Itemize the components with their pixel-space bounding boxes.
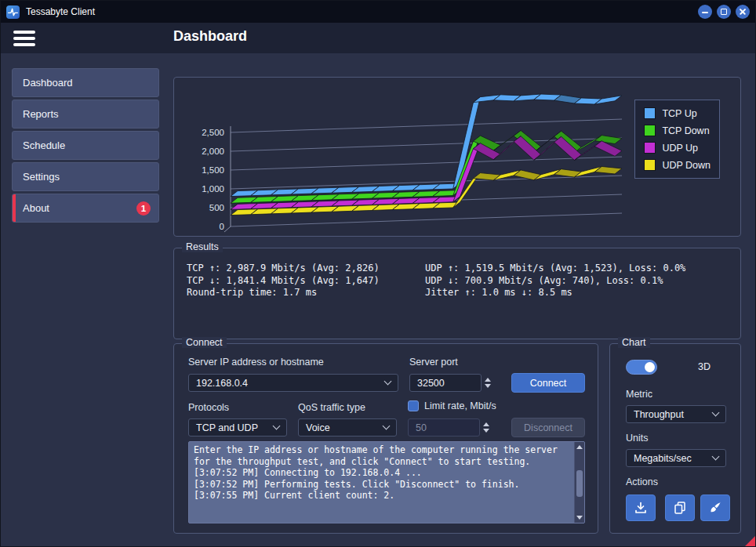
metric-label: Metric bbox=[626, 389, 652, 400]
protocols-combo[interactable]: TCP and UDP bbox=[188, 418, 287, 437]
results-left-column: TCP ↑: 2,987.9 Mbit/s (Avg: 2,826) TCP ↓… bbox=[187, 263, 425, 299]
download-icon bbox=[634, 501, 648, 515]
status-log[interactable]: Enter the IP address or hostname of the … bbox=[188, 441, 585, 523]
maximize-button[interactable] bbox=[717, 5, 731, 19]
qos-label: QoS traffic type bbox=[298, 402, 365, 413]
legend-item: TCP Up bbox=[644, 107, 711, 119]
metric-combo[interactable]: Throughput bbox=[626, 405, 726, 423]
menu-button[interactable] bbox=[13, 31, 35, 46]
connect-panel: Connect Server IP address or hostname 19… bbox=[173, 343, 598, 534]
close-button[interactable] bbox=[736, 5, 750, 19]
sidebar: Dashboard Reports Schedule Settings Abou… bbox=[12, 68, 159, 225]
spin-up-icon[interactable] bbox=[483, 422, 489, 426]
tcp-up-result: TCP ↑: 2,987.9 Mbit/s (Avg: 2,826) bbox=[187, 263, 425, 275]
sidebar-item-settings[interactable]: Settings bbox=[12, 162, 159, 191]
log-line: [3:07:52 PM] Performing tests. Click "Di… bbox=[194, 479, 569, 491]
disconnect-button[interactable]: Disconnect bbox=[511, 418, 585, 437]
protocols-label: Protocols bbox=[188, 402, 229, 413]
spin-up-icon[interactable] bbox=[485, 378, 491, 382]
svg-text:1,500: 1,500 bbox=[202, 165, 224, 175]
limit-rate-input[interactable]: 50 bbox=[408, 418, 480, 437]
svg-text:500: 500 bbox=[209, 203, 224, 212]
server-port-label: Server port bbox=[409, 357, 458, 368]
svg-text:0: 0 bbox=[220, 222, 224, 231]
chevron-down-icon bbox=[273, 422, 281, 430]
udp-up-result: UDP ↑: 1,519.5 Mbit/s (Avg: 1,523), Loss… bbox=[425, 263, 685, 275]
copy-chart-button[interactable] bbox=[665, 494, 695, 521]
notification-badge: 1 bbox=[136, 201, 151, 216]
sidebar-item-about[interactable]: About 1 bbox=[12, 194, 159, 223]
save-image-button[interactable] bbox=[626, 494, 656, 521]
units-combo[interactable]: Megabits/sec bbox=[626, 449, 726, 467]
chart-settings-panel: Chart 3D Metric Throughput Units Megabit… bbox=[609, 343, 741, 534]
units-label: Units bbox=[626, 433, 648, 444]
active-indicator bbox=[13, 194, 16, 222]
page-title: Dashboard bbox=[173, 28, 247, 45]
chart-group-label: Chart bbox=[618, 337, 650, 348]
legend-label: UDP Down bbox=[662, 160, 711, 171]
window-controls bbox=[698, 5, 750, 19]
limit-rate-spinner: 50 bbox=[408, 418, 491, 437]
status-log-text: Enter the IP address or hostname of the … bbox=[189, 442, 574, 523]
content: Dashboard Reports Schedule Settings Abou… bbox=[1, 53, 755, 546]
tcp-down-result: TCP ↓: 1,841.4 Mbit/s (Avg: 1,647) bbox=[187, 275, 425, 288]
sidebar-item-reports[interactable]: Reports bbox=[12, 100, 159, 129]
window-title: Tessabyte Client bbox=[26, 6, 95, 17]
limit-rate-checkbox[interactable] bbox=[408, 400, 419, 411]
title-bar: Tessabyte Client bbox=[1, 1, 755, 23]
legend-label: TCP Down bbox=[662, 125, 709, 136]
3d-toggle-label: 3D bbox=[698, 361, 711, 372]
qos-combo[interactable]: Voice bbox=[298, 418, 397, 437]
server-ip-combo[interactable]: 192.168.0.4 bbox=[188, 374, 398, 392]
chevron-down-icon bbox=[712, 453, 720, 461]
legend-swatch-icon bbox=[644, 142, 656, 154]
spin-down-icon[interactable] bbox=[485, 384, 491, 388]
scroll-down-icon[interactable] bbox=[576, 516, 583, 520]
chevron-down-icon bbox=[384, 378, 392, 386]
throughput-chart-panel: 05001,0001,5002,0002,500 TCP UpTCP DownU… bbox=[173, 77, 741, 237]
jitter-result: Jitter ↑: 1.0 ms ↓: 8.5 ms bbox=[425, 287, 685, 299]
scrollbar-thumb[interactable] bbox=[576, 470, 583, 497]
legend-item: UDP Down bbox=[644, 159, 711, 171]
header: Dashboard bbox=[1, 23, 755, 53]
legend-label: UDP Up bbox=[662, 143, 698, 154]
resize-grip-icon[interactable] bbox=[745, 536, 755, 546]
log-line: [3:07:52 PM] Connecting to 192.168.0.4 .… bbox=[194, 467, 569, 479]
server-port-input[interactable]: 32500 bbox=[409, 374, 482, 392]
connect-button[interactable]: Connect bbox=[511, 373, 585, 393]
app-window: Tessabyte Client Dashboard Dashboard Rep… bbox=[0, 0, 756, 547]
chart-legend: TCP UpTCP DownUDP UpUDP Down bbox=[634, 100, 720, 179]
legend-item: TCP Down bbox=[644, 125, 711, 136]
log-line: Enter the IP address or hostname of the … bbox=[194, 444, 569, 456]
legend-swatch-icon bbox=[644, 125, 656, 136]
results-group-label: Results bbox=[182, 241, 223, 252]
spin-down-icon[interactable] bbox=[483, 429, 489, 433]
legend-swatch-icon bbox=[644, 159, 656, 171]
copy-icon bbox=[673, 501, 687, 515]
legend-label: TCP Up bbox=[662, 108, 696, 119]
results-panel: Results TCP ↑: 2,987.9 Mbit/s (Avg: 2,82… bbox=[173, 248, 741, 339]
scroll-up-icon[interactable] bbox=[576, 445, 583, 449]
sidebar-item-dashboard[interactable]: Dashboard bbox=[12, 68, 159, 97]
chevron-down-icon bbox=[712, 409, 720, 417]
log-line: [3:07:55 PM] Current client count: 2. bbox=[194, 490, 569, 502]
udp-down-result: UDP ↓: 700.9 Mbit/s (Avg: 740), Loss: 0.… bbox=[425, 275, 685, 288]
limit-rate-row: Limit rate, Mbit/s bbox=[408, 400, 496, 411]
sidebar-item-schedule[interactable]: Schedule bbox=[12, 131, 159, 160]
legend-item: UDP Up bbox=[644, 142, 711, 154]
server-ip-label: Server IP address or hostname bbox=[188, 357, 324, 368]
connect-group-label: Connect bbox=[182, 337, 227, 348]
svg-text:1,000: 1,000 bbox=[202, 184, 224, 194]
maximize-icon bbox=[721, 9, 727, 15]
log-scrollbar[interactable] bbox=[574, 442, 584, 523]
legend-swatch-icon bbox=[644, 107, 656, 119]
svg-text:2,000: 2,000 bbox=[202, 147, 224, 156]
clear-chart-button[interactable] bbox=[700, 494, 730, 521]
app-logo-icon bbox=[6, 5, 20, 19]
minimize-icon bbox=[702, 12, 708, 13]
svg-text:2,500: 2,500 bbox=[202, 128, 224, 137]
toggle-knob bbox=[645, 362, 655, 372]
minimize-button[interactable] bbox=[698, 5, 712, 19]
3d-toggle[interactable] bbox=[626, 360, 657, 375]
server-port-spinner: 32500 bbox=[409, 374, 492, 392]
